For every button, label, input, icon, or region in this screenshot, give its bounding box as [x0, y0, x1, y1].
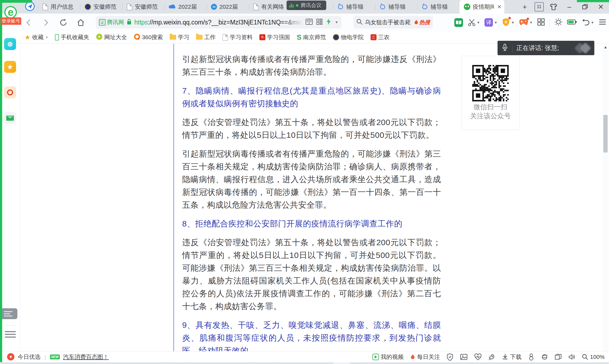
- bookmark-url-directory[interactable]: 网址大全: [96, 33, 127, 41]
- apps-grid-icon[interactable]: [537, 18, 545, 27]
- vertical-scrollbar[interactable]: ▲: [602, 44, 608, 351]
- bookmark-folder-study[interactable]: 学习: [170, 33, 189, 41]
- game-dropdown-icon[interactable]: ▼: [529, 21, 533, 24]
- bookmark-folder-work[interactable]: 工作: [196, 33, 216, 41]
- search-query-text[interactable]: 乌女狙击手被击毙: [365, 18, 411, 26]
- tab-fudaomao-2[interactable]: 辅导猫: [333, 0, 375, 14]
- game-controller-icon[interactable]: [519, 18, 528, 27]
- sidebar-toolbox-icon[interactable]: [0, 308, 17, 319]
- tab-2022-cloud[interactable]: 2022届: [164, 0, 207, 14]
- tab-count-badge[interactable]: 11: [535, 2, 544, 11]
- url-fade: [284, 19, 303, 26]
- promo-link[interactable]: 汽车消费百态图！: [63, 353, 109, 361]
- lightning-icon[interactable]: [326, 18, 331, 26]
- speaker-icon[interactable]: [568, 354, 575, 360]
- address-dropdown-icon[interactable]: ▼: [335, 20, 338, 24]
- reading-list-icon[interactable]: [454, 18, 463, 27]
- restore-button[interactable]: [579, 1, 591, 12]
- tab-epidemic-active[interactable]: 疫情期间 ✕: [459, 0, 504, 14]
- brightness-icon[interactable]: [554, 18, 563, 27]
- tab-fudaomao-4[interactable]: 辅导猫: [417, 0, 459, 14]
- search-box[interactable]: 乌女狙击手被击毙 热搜: [353, 16, 433, 29]
- shield-icon[interactable]: [446, 353, 453, 361]
- undo-dropdown-icon[interactable]: ▼: [591, 21, 594, 24]
- bottom-scroll-thumb[interactable]: [333, 362, 350, 364]
- tab-2022-badge[interactable]: 24 2022届: [207, 0, 249, 14]
- status-left: ♥ 今日优选 ⌄⌄ NEW 汽车消费百态图！: [7, 353, 109, 361]
- screenshot-group[interactable]: ▼: [468, 18, 480, 27]
- heart-icon[interactable]: ♥: [7, 353, 14, 360]
- tab-close-icon[interactable]: ✕: [497, 4, 502, 10]
- qr-grid-icon[interactable]: [316, 19, 322, 26]
- battery-icon[interactable]: [567, 19, 577, 26]
- bottom-edge-strip: [0, 362, 609, 364]
- back-icon[interactable]: [24, 18, 33, 27]
- caret-down-icon[interactable]: ▼: [45, 36, 48, 39]
- scrollbar-thumb[interactable]: [603, 115, 608, 153]
- bookmark-mobile-favorites[interactable]: 手机收藏夹: [55, 33, 89, 41]
- bookmark-360-search[interactable]: 360搜索: [134, 33, 163, 41]
- translate-group[interactable]: 译 ▼: [484, 18, 497, 27]
- split-window-icon[interactable]: [555, 354, 562, 360]
- url-text[interactable]: https://mp.weixin.qq.com/s?__biz=MzI3NjE…: [134, 19, 303, 26]
- scissors-dropdown-icon[interactable]: ▼: [477, 21, 480, 24]
- close-button[interactable]: ✕: [595, 1, 607, 12]
- sidebar-app-icon[interactable]: ⊕: [4, 38, 16, 50]
- bookmark-favorites[interactable]: ★收藏▼: [24, 33, 48, 41]
- bookmark-sannong[interactable]: 三三农: [371, 33, 390, 41]
- new-tab-button[interactable]: +: [519, 1, 531, 12]
- browser-logo[interactable]: e: [4, 6, 17, 18]
- game-group[interactable]: ▼: [519, 18, 533, 27]
- reload-icon[interactable]: [59, 18, 68, 27]
- today-picks-label[interactable]: 今日优选: [18, 353, 41, 361]
- wallet-shield-icon[interactable]: ¥: [502, 18, 510, 27]
- tab-label: 疫情期间: [473, 3, 494, 11]
- download-item[interactable]: 下载: [502, 353, 521, 361]
- scroll-up-arrow[interactable]: ▲: [602, 45, 608, 49]
- my-videos-item[interactable]: 我的视频: [372, 353, 403, 361]
- menu-icon[interactable]: [599, 19, 606, 26]
- bookmark-nanjing-normal[interactable]: S南京师范: [297, 33, 326, 42]
- tencent-meeting-pill[interactable]: 腾讯会议: [287, 1, 326, 10]
- undo-group[interactable]: ▼: [582, 19, 594, 26]
- article-left-border: [173, 44, 174, 351]
- sidebar-favorites-icon[interactable]: ★: [4, 61, 16, 73]
- article-paragraph: 引起新型冠状病毒传播或者有传播严重危险的，可能涉嫌违反《刑法》第三百三十条，构成…: [182, 53, 441, 78]
- forward-icon[interactable]: [41, 18, 51, 27]
- translate-dropdown-icon[interactable]: ▼: [494, 21, 497, 24]
- translate-icon[interactable]: 译: [484, 18, 493, 27]
- reading-mode-icon[interactable]: [306, 18, 313, 26]
- ie-icon[interactable]: [541, 353, 548, 360]
- play-icon: [372, 354, 379, 360]
- sidebar-weibo-icon[interactable]: [4, 86, 16, 98]
- microphone-icon: [501, 43, 508, 53]
- minimize-button[interactable]: –: [563, 1, 575, 12]
- image-icon[interactable]: [460, 353, 468, 360]
- wallet-group[interactable]: ¥ ▼: [502, 18, 514, 27]
- tab-anhui-normal-1[interactable]: 安徽师范: [80, 0, 122, 14]
- rocket-icon[interactable]: [488, 353, 495, 360]
- tab-fudaomao-3[interactable]: 辅导猫: [375, 0, 417, 14]
- double-chevron-icon[interactable]: ⌄⌄: [44, 354, 47, 359]
- notification-dot: [527, 18, 529, 20]
- address-bar[interactable]: 证 腾讯网 https://mp.weixin.qq.com/s?__biz=M…: [96, 16, 341, 29]
- tab-network[interactable]: 有关网络: [249, 0, 291, 14]
- university-emblem-icon: [85, 4, 91, 10]
- bookmark-study-material[interactable]: 学习资料: [222, 33, 253, 41]
- bookmark-xuexi-qiangguo[interactable]: 学学习强国: [259, 33, 290, 41]
- health-heart-icon[interactable]: [474, 353, 482, 360]
- zoom-control[interactable]: 100%: [582, 354, 605, 360]
- tab-anhui-normal-2[interactable]: 安徽师范: [122, 0, 164, 14]
- tab-user-info[interactable]: 用户信息: [38, 0, 80, 14]
- sidebar-list-icon[interactable]: [5, 331, 16, 338]
- hot-search-badge[interactable]: 热搜: [414, 19, 430, 26]
- login-account-badge[interactable]: 登录账号: [1, 17, 21, 25]
- daily-follow-item[interactable]: 每日关注: [410, 353, 440, 361]
- skin-shirt-icon[interactable]: [548, 1, 560, 12]
- lottery-8-icon[interactable]: [528, 353, 535, 361]
- wallet-dropdown-icon[interactable]: ▼: [511, 21, 514, 24]
- home-icon[interactable]: [76, 18, 85, 27]
- site-cert-badge[interactable]: 证 腾讯网: [99, 18, 124, 26]
- bookmark-physics-college[interactable]: 物电学院: [333, 33, 364, 41]
- sidebar-mail-icon[interactable]: [4, 112, 16, 124]
